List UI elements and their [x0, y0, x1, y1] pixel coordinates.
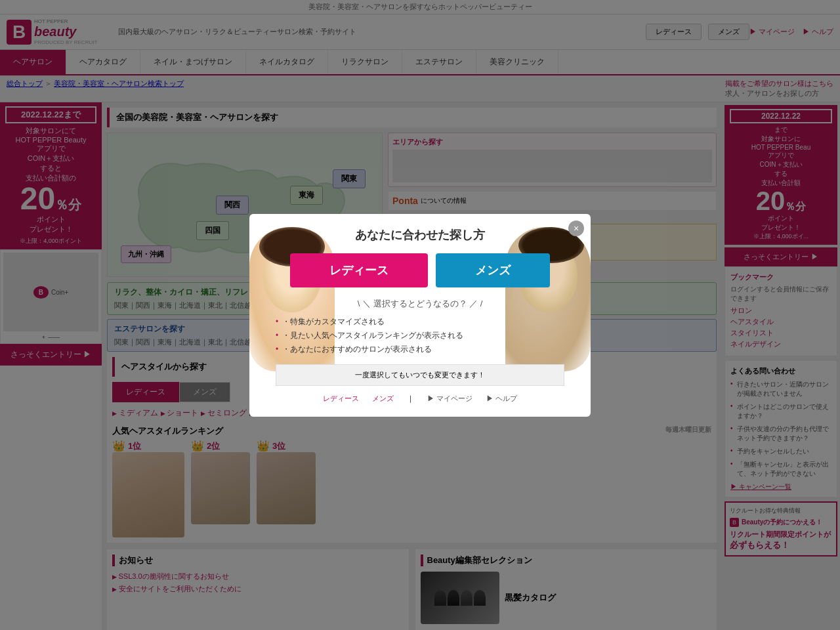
modal-center-content: あなたに合わせた探し方 レディース メンズ ＼ 選択するとどうなるの？ ／ ・特… — [262, 227, 578, 404]
modal-change-notice: 一度選択してもいつでも変更できます！ — [276, 364, 564, 386]
modal-title: あなたに合わせた探し方 — [262, 227, 578, 243]
benefit-2: ・見たい人気ヘアスタイルランキングが表示される — [276, 330, 564, 341]
modal-link-ladies[interactable]: レディース — [323, 394, 359, 404]
modal-ladies-button[interactable]: レディース — [290, 253, 428, 287]
modal-link-help[interactable]: ▶ ヘルプ — [486, 394, 517, 404]
modal: × あなたに合わせた探し方 レディース メンズ ＼ 選択するとどうなるの？ ／ … — [249, 214, 591, 417]
modal-link-mypage[interactable]: ▶ マイページ — [427, 394, 472, 404]
modal-link-mens[interactable]: メンズ — [372, 394, 394, 404]
modal-close-button[interactable]: × — [568, 220, 584, 236]
benefit-3: ・あなたにおすすめのサロンが表示される — [276, 344, 564, 355]
benefit-1: ・特集がカスタマイズされる — [276, 316, 564, 327]
modal-bottom-links: レディース メンズ ｜ ▶ マイページ ▶ ヘルプ — [262, 394, 578, 404]
modal-benefits: ・特集がカスタマイズされる ・見たい人気ヘアスタイルランキングが表示される ・あ… — [276, 316, 564, 355]
modal-arrow-text: ＼ 選択するとどうなるの？ ／ — [262, 298, 578, 310]
modal-gender-buttons: レディース メンズ — [262, 253, 578, 287]
modal-mens-button[interactable]: メンズ — [436, 253, 550, 287]
modal-overlay[interactable]: × あなたに合わせた探し方 レディース メンズ ＼ 選択するとどうなるの？ ／ … — [0, 0, 840, 630]
